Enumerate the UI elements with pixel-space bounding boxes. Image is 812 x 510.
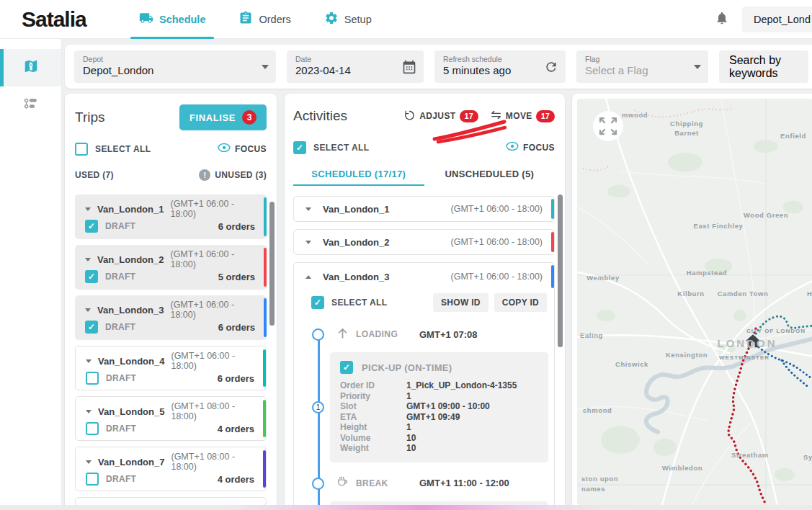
van-select-all-label: SELECT ALL <box>331 298 388 308</box>
chevron-down-icon[interactable] <box>85 308 91 312</box>
trips-select-all-label: SELECT ALL <box>95 144 151 154</box>
field-value: GMT+1 09:49 <box>406 412 460 422</box>
trip-orders-count: 5 orders <box>218 272 255 282</box>
pickup-activity-card[interactable]: PICK-UP (ON-TIME) Order ID1_Pick_UP_Lond… <box>330 352 548 462</box>
warning-icon: ! <box>199 169 210 181</box>
chevron-down-icon[interactable] <box>305 207 311 211</box>
activities-focus-button[interactable]: FOCUS <box>506 141 555 154</box>
map-boundary-line <box>583 165 610 170</box>
depot-switcher-button[interactable]: Depot_Lond <box>742 6 812 32</box>
nav-label-orders: Orders <box>259 14 290 25</box>
van-row-header[interactable]: Van_London_3 (GMT+1 06:00 - 18:00) <box>294 263 554 290</box>
chevron-down-icon[interactable] <box>85 207 91 211</box>
sidebar-item-map-view[interactable] <box>0 49 61 86</box>
depot-select[interactable]: Depot Depot_London <box>74 50 276 83</box>
bell-icon[interactable] <box>715 11 729 28</box>
tab-scheduled[interactable]: SCHEDULED (17/17) <box>293 164 424 186</box>
activities-scrollbar[interactable] <box>558 194 563 347</box>
refresh-icon[interactable] <box>544 60 558 74</box>
trip-card[interactable]: Van_London_3(GMT+1 06:00 - 18:00) DRAFT6… <box>75 295 267 340</box>
field-label: ETA <box>340 412 406 422</box>
trips-focus-button[interactable]: FOCUS <box>218 143 267 156</box>
trip-card[interactable]: Van_London_5(GMT+1 08:00 - 18:00) DRAFT4… <box>75 396 267 441</box>
trip-time-window: (GMT+1 06:00 - 18:00) <box>170 249 255 269</box>
trip-name: Van_London_5 <box>98 406 164 417</box>
trip-checkbox[interactable] <box>86 422 99 435</box>
map-label: WESTMINSTER <box>719 354 769 361</box>
chevron-down-icon[interactable] <box>86 410 92 413</box>
activity-van-row[interactable]: Van_London_1 (GMT+1 06:00 - 18:00) <box>293 196 555 222</box>
nav-tab-schedule[interactable]: Schedule <box>128 0 217 39</box>
pickup-title: PICK-UP (ON-TIME) <box>362 362 452 373</box>
unused-count[interactable]: ! UNUSED (3) <box>199 169 267 181</box>
van-timeline: 1 LOADING GMT+1 07:08 PICK-UP (ON-TIME) … <box>294 321 554 510</box>
trip-card[interactable]: Van_London_4(GMT+1 06:00 - 18:00) DRAFT6… <box>75 346 267 390</box>
flag-select[interactable]: Flag Select a Flag <box>576 50 708 83</box>
activities-select-all-checkbox[interactable] <box>293 141 306 154</box>
van-color-bar <box>551 199 554 219</box>
field-label: Volume <box>340 433 406 443</box>
nav-label-schedule: Schedule <box>159 14 205 25</box>
field-value: 1 <box>406 422 411 432</box>
nav-tab-setup[interactable]: Setup <box>313 0 383 39</box>
date-field-label: Date <box>295 55 415 63</box>
used-count-label[interactable]: USED (7) <box>75 170 114 180</box>
adjust-button[interactable]: ADJUST 17 <box>403 109 478 124</box>
trips-select-all-checkbox[interactable] <box>75 143 88 156</box>
finalise-badge: 3 <box>242 110 256 125</box>
trip-orders-count: 4 orders <box>218 474 254 485</box>
trip-card[interactable]: Van_London_2(GMT+1 06:00 - 18:00) DRAFT5… <box>75 245 267 290</box>
trip-checkbox[interactable] <box>86 473 99 486</box>
map-label: Hampstead <box>687 269 728 277</box>
finalise-button[interactable]: FINALISE 3 <box>179 104 267 130</box>
search-input[interactable]: Search by keywords <box>719 50 808 83</box>
field-value: 10 <box>406 433 416 443</box>
trip-checkbox[interactable] <box>85 321 98 334</box>
calendar-icon[interactable] <box>402 60 416 74</box>
nav-tab-orders[interactable]: Orders <box>227 0 302 39</box>
sidebar-item-timeline-view[interactable] <box>0 86 61 124</box>
gantt-icon <box>23 96 39 115</box>
map-label: Wembley <box>586 274 620 282</box>
map-label: Enfield <box>780 132 806 140</box>
trip-checkbox[interactable] <box>86 372 99 385</box>
activity-van-row[interactable]: Van_London_2 (GMT+1 06:00 - 18:00) <box>293 229 555 255</box>
map-label: Ealing <box>580 331 603 339</box>
loading-step[interactable]: LOADING GMT+1 07:08 <box>294 321 554 348</box>
chevron-up-icon[interactable] <box>305 275 311 279</box>
trips-scrollbar[interactable] <box>269 202 275 326</box>
eye-icon <box>506 141 519 154</box>
copy-id-button[interactable]: COPY ID <box>494 293 547 312</box>
filter-bar: Depot Depot_London Date 2023-04-14 Refre… <box>65 45 812 89</box>
tab-unscheduled[interactable]: UNSCHEDULED (5) <box>424 164 556 186</box>
date-field-value: 2023-04-14 <box>295 64 415 76</box>
van-time-window: (GMT+1 06:00 - 18:00) <box>451 237 543 247</box>
map-canvas[interactable]: mwood Chipping Barnet Enfield Wood Green… <box>577 99 812 505</box>
unused-count-label: UNUSED (3) <box>215 170 267 180</box>
coffee-cup-icon <box>336 475 349 491</box>
pickup-checkbox[interactable] <box>340 361 353 374</box>
flag-select-label: Flag <box>585 55 700 63</box>
trip-checkbox[interactable] <box>85 220 98 233</box>
trip-checkbox[interactable] <box>85 270 98 283</box>
depot-select-value: Depot_London <box>83 64 267 76</box>
move-button[interactable]: MOVE 17 <box>490 109 555 124</box>
field-label: Slot <box>340 401 406 411</box>
break-step[interactable]: BREAK GMT+1 11:00 - 12:00 <box>294 470 554 497</box>
date-field[interactable]: Date 2023-04-14 <box>287 50 424 83</box>
chevron-down-icon[interactable] <box>86 460 92 464</box>
trips-panel: Trips FINALISE 3 SELECT ALL FOCUS USED (… <box>65 94 277 510</box>
loading-time: GMT+1 07:08 <box>419 329 478 340</box>
trip-status: DRAFT <box>106 424 136 434</box>
van-name: Van_London_1 <box>323 204 389 215</box>
chevron-down-icon[interactable] <box>305 241 311 244</box>
map-fullscreen-button[interactable] <box>593 111 623 141</box>
trip-card[interactable]: Van_London_7(GMT+1 08:00 - 18:00) DRAFT4… <box>75 447 267 491</box>
map-green-areas <box>597 140 803 481</box>
trip-card[interactable]: Van_London_1(GMT+1 06:00 - 18:00) DRAFT6… <box>75 194 267 239</box>
van-select-all-checkbox[interactable] <box>311 296 324 309</box>
chevron-down-icon[interactable] <box>85 258 91 261</box>
show-id-button[interactable]: SHOW ID <box>433 293 488 312</box>
chevron-down-icon[interactable] <box>86 359 92 363</box>
van-color-bar <box>551 265 554 288</box>
